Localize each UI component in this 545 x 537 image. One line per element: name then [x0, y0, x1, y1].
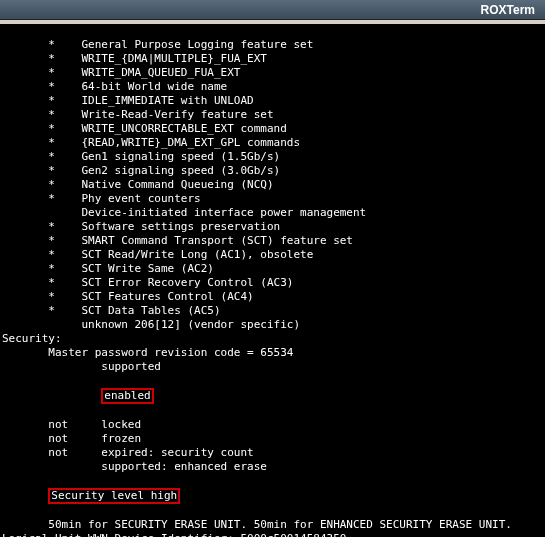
- terminal-line: not frozen: [2, 432, 543, 446]
- terminal-line: 50min for SECURITY ERASE UNIT. 50min for…: [2, 518, 543, 532]
- terminal-line: * SCT Data Tables (AC5): [2, 304, 543, 318]
- indent: [2, 489, 48, 502]
- terminal-line: Device-initiated interface power managem…: [2, 206, 543, 220]
- terminal-line: unknown 206[12] (vendor specific): [2, 318, 543, 332]
- terminal-line: supported: [2, 360, 543, 374]
- terminal-line: * SCT Read/Write Long (AC1), obsolete: [2, 248, 543, 262]
- terminal-line: * 64-bit World wide name: [2, 80, 543, 94]
- terminal-line: * Phy event counters: [2, 192, 543, 206]
- terminal-line: * SCT Features Control (AC4): [2, 290, 543, 304]
- terminal-line: supported: enhanced erase: [2, 460, 543, 474]
- terminal-line: Security:: [2, 332, 543, 346]
- terminal-line: * IDLE_IMMEDIATE with UNLOAD: [2, 94, 543, 108]
- indent: [2, 389, 101, 402]
- terminal-line: * SMART Command Transport (SCT) feature …: [2, 234, 543, 248]
- terminal-line: * WRITE_{DMA|MULTIPLE}_FUA_EXT: [2, 52, 543, 66]
- terminal-line: * SCT Error Recovery Control (AC3): [2, 276, 543, 290]
- terminal-line: * Gen1 signaling speed (1.5Gb/s): [2, 150, 543, 164]
- terminal-line: * Native Command Queueing (NCQ): [2, 178, 543, 192]
- terminal-line: * Write-Read-Verify feature set: [2, 108, 543, 122]
- terminal-line: not expired: security count: [2, 446, 543, 460]
- highlight-security-level: Security level high: [48, 488, 180, 504]
- terminal-line: * WRITE_DMA_QUEUED_FUA_EXT: [2, 66, 543, 80]
- terminal-line: not locked: [2, 418, 543, 432]
- terminal-line: Master password revision code = 65534: [2, 346, 543, 360]
- terminal-line: Logical Unit WWN Device Identifier: 5000…: [2, 532, 543, 537]
- window-titlebar: ROXTerm: [0, 0, 545, 20]
- terminal-line: * General Purpose Logging feature set: [2, 38, 543, 52]
- terminal-output: * General Purpose Logging feature set * …: [0, 24, 545, 537]
- terminal-line: * Gen2 signaling speed (3.0Gb/s): [2, 164, 543, 178]
- terminal-line: * SCT Write Same (AC2): [2, 262, 543, 276]
- window-title: ROXTerm: [481, 3, 535, 17]
- terminal-line: * {READ,WRITE}_DMA_EXT_GPL commands: [2, 136, 543, 150]
- highlight-enabled: enabled: [101, 388, 153, 404]
- terminal-line: * Software settings preservation: [2, 220, 543, 234]
- terminal-line: * WRITE_UNCORRECTABLE_EXT command: [2, 122, 543, 136]
